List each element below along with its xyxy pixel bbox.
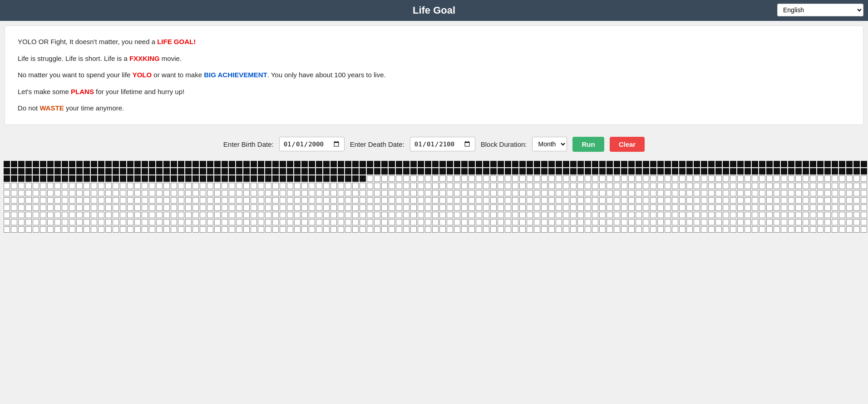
grid-cell: [265, 212, 271, 218]
grid-cell: [439, 168, 446, 175]
block-duration-select[interactable]: Month Week Year: [532, 137, 567, 151]
grid-cell: [84, 161, 90, 167]
grid-cell: [316, 183, 322, 189]
grid-cell: [323, 168, 330, 175]
grid-cell: [512, 226, 518, 233]
grid-cell: [563, 161, 569, 167]
grid-cell: [91, 204, 97, 211]
grid-cell: [54, 168, 61, 175]
grid-cell: [498, 190, 504, 196]
grid-cell: [846, 226, 853, 233]
grid-cell: [280, 161, 286, 167]
grid-cell: [338, 183, 344, 189]
grid-cell: [708, 219, 715, 225]
grid-cell: [650, 190, 656, 196]
birth-date-input[interactable]: [279, 137, 345, 151]
grid-cell: [730, 212, 736, 218]
grid-cell: [657, 175, 664, 182]
grid-cell: [592, 161, 598, 167]
grid-cell: [752, 161, 758, 167]
grid-cell: [163, 226, 170, 233]
grid-cell: [214, 190, 221, 196]
grid-cell: [861, 168, 867, 175]
grid-cell: [163, 190, 170, 196]
grid-cell: [832, 212, 838, 218]
grid-cell: [69, 212, 75, 218]
grid-cell: [33, 197, 39, 204]
run-button[interactable]: Run: [572, 137, 604, 152]
grid-cell: [534, 175, 540, 182]
clear-button[interactable]: Clear: [610, 137, 645, 152]
grid-cell: [352, 219, 359, 225]
grid-cell: [287, 197, 293, 204]
grid-cell: [657, 204, 664, 211]
grid-cell: [258, 197, 264, 204]
grid-cell: [570, 168, 577, 175]
grid-cell: [788, 226, 794, 233]
grid-cell: [381, 168, 388, 175]
grid-cell: [4, 161, 10, 167]
grid-cell: [439, 226, 446, 233]
grid-cell: [519, 226, 526, 233]
grid-cell: [91, 183, 97, 189]
grid-cell: [621, 183, 627, 189]
grid-cell: [178, 212, 184, 218]
grid-cell: [251, 212, 257, 218]
language-selector-wrapper[interactable]: English Chinese Japanese Spanish French: [777, 4, 863, 16]
grid-cell: [280, 175, 286, 182]
grid-cell: [665, 204, 671, 211]
grid-cell: [76, 219, 83, 225]
grid-cell: [824, 161, 831, 167]
grid-cell: [316, 226, 322, 233]
grid-cell: [723, 219, 729, 225]
grid-cell: [134, 197, 141, 204]
grid-cell: [534, 212, 540, 218]
grid-cell: [316, 212, 322, 218]
grid-cell: [599, 175, 606, 182]
grid-cell: [432, 183, 439, 189]
grid-cell: [461, 168, 468, 175]
grid-cell: [534, 168, 540, 175]
grid-cell: [156, 175, 163, 182]
grid-cell: [490, 183, 497, 189]
grid-cell: [766, 226, 773, 233]
grid-cell: [817, 212, 824, 218]
grid-cell: [403, 226, 409, 233]
grid-cell: [229, 197, 235, 204]
grid-cell: [11, 212, 17, 218]
death-date-input[interactable]: [410, 137, 475, 151]
language-select[interactable]: English Chinese Japanese Spanish French: [777, 4, 863, 16]
grid-cell: [287, 190, 293, 196]
grid-cell: [62, 212, 68, 218]
grid-cell: [861, 175, 867, 182]
grid-cell: [192, 168, 199, 175]
grid-cell: [628, 168, 635, 175]
grid-cell: [708, 183, 715, 189]
grid-cell: [846, 183, 853, 189]
grid-cell: [563, 183, 569, 189]
grid-cell: [737, 212, 744, 218]
grid-cell: [723, 161, 729, 167]
grid-cell: [243, 175, 250, 182]
grid-cell: [795, 226, 802, 233]
grid-cell: [243, 219, 250, 225]
grid-cell: [832, 175, 838, 182]
grid-cell: [178, 226, 184, 233]
grid-cell: [171, 219, 177, 225]
grid-cell: [207, 175, 213, 182]
grid-cell: [694, 212, 700, 218]
grid-cell: [345, 226, 351, 233]
grid-cell: [534, 204, 540, 211]
grid-cell: [679, 226, 686, 233]
grid-cell: [679, 161, 686, 167]
grid-cell: [541, 197, 547, 204]
grid-cell: [672, 197, 678, 204]
grid-cell: [345, 190, 351, 196]
grid-cell: [614, 219, 620, 225]
grid-cell: [469, 204, 475, 211]
grid-cell: [628, 204, 635, 211]
grid-cell: [563, 219, 569, 225]
grid-cell: [592, 212, 598, 218]
grid-cell: [577, 175, 584, 182]
grid-cell: [541, 226, 547, 233]
